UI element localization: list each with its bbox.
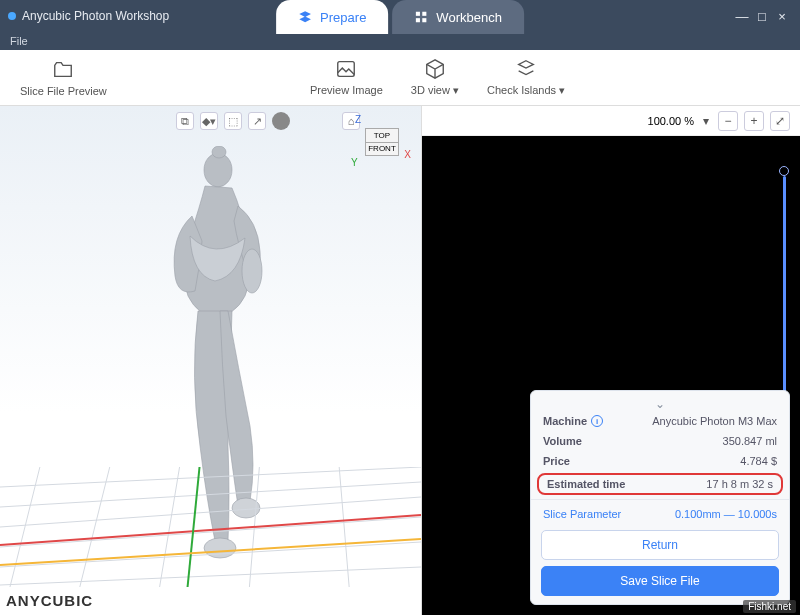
return-button[interactable]: Return bbox=[541, 530, 779, 560]
slice-info-panel: ⌄ Machine i Anycubic Photon M3 Max Volum… bbox=[530, 390, 790, 605]
preview-image-button[interactable]: Preview Image bbox=[310, 58, 383, 97]
layers-icon bbox=[298, 10, 312, 24]
machine-value: Anycubic Photon M3 Max bbox=[652, 415, 777, 427]
folder-icon bbox=[52, 59, 74, 81]
info-icon[interactable]: i bbox=[591, 415, 603, 427]
window-minimize-button[interactable]: — bbox=[732, 9, 752, 24]
machine-label: Machine i bbox=[543, 415, 603, 427]
svg-line-12 bbox=[0, 497, 421, 527]
axis-y-label: Y bbox=[351, 157, 358, 168]
tab-workbench[interactable]: Workbench bbox=[392, 0, 524, 34]
svg-line-22 bbox=[188, 467, 200, 587]
slice-file-preview-label: Slice File Preview bbox=[20, 85, 107, 97]
price-label: Price bbox=[543, 455, 570, 467]
svg-line-20 bbox=[339, 467, 349, 587]
grid-icon bbox=[414, 10, 428, 24]
viewport-toolbar: ⧉ ◆▾ ⬚ ↗ bbox=[176, 112, 290, 130]
check-islands-button[interactable]: Check Islands ▾ bbox=[487, 58, 565, 97]
tab-workbench-label: Workbench bbox=[436, 10, 502, 25]
svg-line-11 bbox=[0, 482, 421, 507]
menu-file[interactable]: File bbox=[10, 35, 28, 47]
tool-copy-button[interactable]: ⧉ bbox=[176, 112, 194, 130]
app-title: Anycubic Photon Workshop bbox=[22, 9, 169, 23]
tool-export-button[interactable]: ↗ bbox=[248, 112, 266, 130]
menubar: File bbox=[0, 32, 800, 50]
zoom-dropdown-icon[interactable]: ▾ bbox=[700, 111, 712, 131]
3d-view-button[interactable]: 3D view ▾ bbox=[411, 58, 459, 97]
svg-line-18 bbox=[160, 467, 180, 587]
svg-rect-1 bbox=[423, 12, 427, 16]
svg-rect-2 bbox=[416, 18, 420, 22]
volume-label: Volume bbox=[543, 435, 582, 447]
slice-parameter-link[interactable]: Slice Parameter 0.100mm — 10.000s bbox=[531, 504, 789, 524]
slice-preview-canvas[interactable]: ⌄ Machine i Anycubic Photon M3 Max Volum… bbox=[422, 136, 800, 615]
svg-point-7 bbox=[242, 249, 262, 293]
price-value: 4.784 $ bbox=[740, 455, 777, 467]
axis-z-label: Z bbox=[355, 114, 361, 125]
window-close-button[interactable]: × bbox=[772, 9, 792, 24]
estimated-time-row: Estimated time 17 h 8 m 32 s bbox=[537, 473, 783, 495]
check-islands-label: Check Islands ▾ bbox=[487, 84, 565, 97]
svg-line-10 bbox=[0, 467, 421, 487]
workspace: ⧉ ◆▾ ⬚ ↗ ⌂ TOP FRONT Z Y X bbox=[0, 106, 800, 615]
panel-collapse-handle[interactable]: ⌄ bbox=[531, 397, 789, 411]
zoom-fit-button[interactable]: ⤢ bbox=[770, 111, 790, 131]
layer-slider-top-knob[interactable] bbox=[779, 166, 789, 176]
tool-shading-button[interactable] bbox=[272, 112, 290, 130]
preview-image-label: Preview Image bbox=[310, 84, 383, 96]
tool-cube-button[interactable]: ◆▾ bbox=[200, 112, 218, 130]
svg-line-15 bbox=[0, 567, 421, 585]
gizmo-top-face[interactable]: TOP bbox=[366, 129, 398, 143]
preview-pane: 100.00 % ▾ − + ⤢ ⌄ Machine i Anycubic bbox=[422, 106, 800, 615]
svg-line-14 bbox=[0, 542, 421, 567]
slice-param-label: Slice Parameter bbox=[543, 508, 621, 520]
slice-file-preview-button[interactable]: Slice File Preview bbox=[20, 59, 107, 97]
viewport-3d[interactable]: ⧉ ◆▾ ⬚ ↗ ⌂ TOP FRONT Z Y X bbox=[0, 106, 422, 615]
axis-x-label: X bbox=[404, 149, 411, 160]
svg-rect-3 bbox=[423, 18, 427, 22]
tool-box-button[interactable]: ⬚ bbox=[224, 112, 242, 130]
build-plate bbox=[0, 467, 421, 587]
svg-rect-4 bbox=[338, 62, 355, 77]
save-slice-file-button[interactable]: Save Slice File bbox=[541, 566, 779, 596]
3d-view-label: 3D view ▾ bbox=[411, 84, 459, 97]
zoom-percent: 100.00 % bbox=[648, 115, 694, 127]
slice-param-value: 0.100mm — 10.000s bbox=[675, 508, 777, 520]
svg-line-17 bbox=[80, 467, 110, 587]
svg-line-16 bbox=[10, 467, 40, 587]
window-maximize-button[interactable]: □ bbox=[752, 9, 772, 24]
tab-prepare-label: Prepare bbox=[320, 10, 366, 25]
svg-rect-0 bbox=[416, 12, 420, 16]
brand-logo: ANYCUBIC bbox=[6, 592, 93, 609]
svg-line-21 bbox=[0, 515, 421, 545]
time-value: 17 h 8 m 32 s bbox=[706, 478, 773, 490]
time-label: Estimated time bbox=[547, 478, 625, 490]
gizmo-front-face[interactable]: FRONT bbox=[366, 143, 398, 156]
zoom-toolbar: 100.00 % ▾ − + ⤢ bbox=[422, 106, 800, 136]
app-icon bbox=[8, 12, 16, 20]
islands-icon bbox=[515, 58, 537, 80]
zoom-in-button[interactable]: + bbox=[744, 111, 764, 131]
orientation-gizmo[interactable]: TOP FRONT Z Y X bbox=[365, 128, 399, 156]
volume-value: 350.847 ml bbox=[723, 435, 777, 447]
image-icon bbox=[335, 58, 357, 80]
cube-icon bbox=[424, 58, 446, 80]
svg-point-6 bbox=[212, 146, 226, 158]
ribbon: Slice File Preview Preview Image 3D view… bbox=[0, 50, 800, 106]
tab-prepare[interactable]: Prepare bbox=[276, 0, 388, 34]
watermark: Fishki.net bbox=[743, 600, 796, 613]
zoom-out-button[interactable]: − bbox=[718, 111, 738, 131]
